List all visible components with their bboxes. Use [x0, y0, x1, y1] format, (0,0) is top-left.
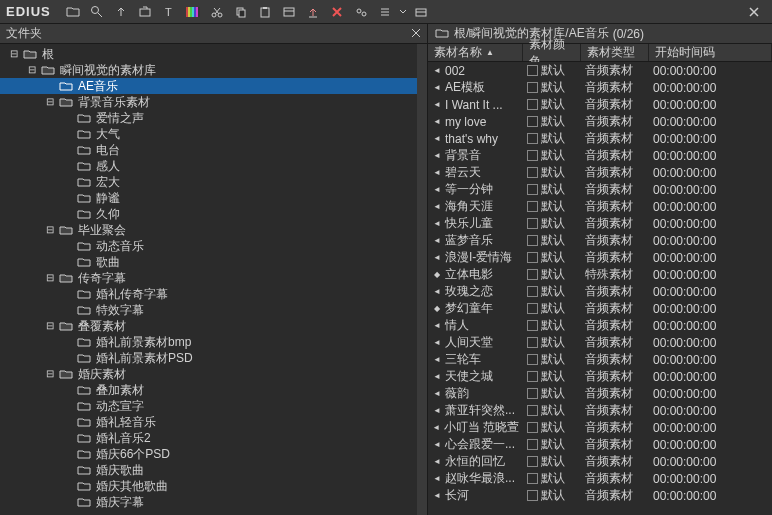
tree-item[interactable]: ⊟根 [0, 46, 417, 62]
color-checkbox[interactable] [527, 405, 538, 416]
dropdown-icon[interactable] [399, 3, 407, 21]
col-color[interactable]: 素材颜色 [523, 44, 581, 61]
col-type[interactable]: 素材类型 [581, 44, 649, 61]
tree-item[interactable]: ·歌曲 [0, 254, 417, 270]
title-icon[interactable]: T [159, 3, 179, 21]
tree-item[interactable]: ·婚礼前景素材bmp [0, 334, 417, 350]
collapse-icon[interactable]: ⊟ [26, 64, 38, 76]
close-icon[interactable] [744, 3, 764, 21]
collapse-icon[interactable]: ⊟ [44, 320, 56, 332]
hide-icon[interactable] [411, 3, 431, 21]
delete-icon[interactable] [327, 3, 347, 21]
asset-list[interactable]: ◄002默认音频素材00:00:00:00◄AE模板默认音频素材00:00:00… [428, 62, 772, 515]
export-icon[interactable] [303, 3, 323, 21]
color-checkbox[interactable] [527, 252, 538, 263]
asset-row[interactable]: ◄心会跟爱一...默认音频素材00:00:00:00 [428, 436, 772, 453]
color-checkbox[interactable] [527, 337, 538, 348]
color-checkbox[interactable] [527, 286, 538, 297]
color-checkbox[interactable] [527, 456, 538, 467]
tree-item[interactable]: ·大气 [0, 126, 417, 142]
asset-row[interactable]: ◄玫瑰之恋默认音频素材00:00:00:00 [428, 283, 772, 300]
asset-row[interactable]: ◄萧亚轩突然...默认音频素材00:00:00:00 [428, 402, 772, 419]
properties-icon[interactable] [279, 3, 299, 21]
settings-icon[interactable] [351, 3, 371, 21]
asset-row[interactable]: ◄赵咏华最浪...默认音频素材00:00:00:00 [428, 470, 772, 487]
tree-item[interactable]: ·婚庆66个PSD [0, 446, 417, 462]
tree-item[interactable]: ·动态音乐 [0, 238, 417, 254]
tree-item[interactable]: ·感人 [0, 158, 417, 174]
color-checkbox[interactable] [527, 65, 538, 76]
search-icon[interactable] [87, 3, 107, 21]
asset-row[interactable]: ◄薇韵默认音频素材00:00:00:00 [428, 385, 772, 402]
color-checkbox[interactable] [527, 116, 538, 127]
tree-item[interactable]: ·宏大 [0, 174, 417, 190]
color-checkbox[interactable] [527, 490, 538, 501]
color-checkbox[interactable] [527, 269, 538, 280]
color-checkbox[interactable] [527, 133, 538, 144]
tree-item[interactable]: ·婚庆歌曲 [0, 462, 417, 478]
tree-item[interactable]: ·AE音乐 [0, 78, 417, 94]
asset-row[interactable]: ◄天使之城默认音频素材00:00:00:00 [428, 368, 772, 385]
asset-row[interactable]: ◄三轮车默认音频素材00:00:00:00 [428, 351, 772, 368]
asset-row[interactable]: ◄小叮当 范晓萱默认音频素材00:00:00:00 [428, 419, 772, 436]
color-checkbox[interactable] [527, 371, 538, 382]
tree-item[interactable]: ⊟背景音乐素材 [0, 94, 417, 110]
tree-item[interactable]: ·久仰 [0, 206, 417, 222]
color-checkbox[interactable] [527, 439, 538, 450]
color-checkbox[interactable] [527, 422, 538, 433]
up-arrow-icon[interactable] [111, 3, 131, 21]
copy-icon[interactable] [231, 3, 251, 21]
tree-item[interactable]: ·叠加素材 [0, 382, 417, 398]
tree-item[interactable]: ·动态宣字 [0, 398, 417, 414]
tree-item[interactable]: ·婚礼音乐2 [0, 430, 417, 446]
color-checkbox[interactable] [527, 235, 538, 246]
color-checkbox[interactable] [527, 354, 538, 365]
col-name[interactable]: 素材名称▲ [428, 44, 523, 61]
asset-row[interactable]: ◄长河默认音频素材00:00:00:00 [428, 487, 772, 504]
asset-row[interactable]: ◄I Want It ...默认音频素材00:00:00:00 [428, 96, 772, 113]
color-checkbox[interactable] [527, 99, 538, 110]
collapse-icon[interactable]: ⊟ [44, 272, 56, 284]
tree-item[interactable]: ⊟瞬间视觉的素材库 [0, 62, 417, 78]
color-checkbox[interactable] [527, 150, 538, 161]
tree-item[interactable]: ·婚庆字幕 [0, 494, 417, 510]
tree-item[interactable]: ⊟婚庆素材 [0, 366, 417, 382]
tree-item[interactable]: ⊟毕业聚会 [0, 222, 417, 238]
color-checkbox[interactable] [527, 201, 538, 212]
asset-row[interactable]: ◄情人默认音频素材00:00:00:00 [428, 317, 772, 334]
tree-item[interactable]: ·静谧 [0, 190, 417, 206]
asset-row[interactable]: ◄002默认音频素材00:00:00:00 [428, 62, 772, 79]
color-checkbox[interactable] [527, 320, 538, 331]
tree-item[interactable]: ·爱情之声 [0, 110, 417, 126]
asset-row[interactable]: ◄背景音默认音频素材00:00:00:00 [428, 147, 772, 164]
color-checkbox[interactable] [527, 184, 538, 195]
color-checkbox[interactable] [527, 473, 538, 484]
folder-icon[interactable] [63, 3, 83, 21]
tree-item[interactable]: ·特效字幕 [0, 302, 417, 318]
tree-item[interactable]: ·婚庆其他歌曲 [0, 478, 417, 494]
folder-tree[interactable]: ⊟根⊟瞬间视觉的素材库·AE音乐⊟背景音乐素材·爱情之声·大气·电台·感人·宏大… [0, 44, 417, 515]
asset-row[interactable]: ◄快乐儿童默认音频素材00:00:00:00 [428, 215, 772, 232]
asset-row[interactable]: ◄蓝梦音乐默认音频素材00:00:00:00 [428, 232, 772, 249]
tree-item[interactable]: ⊟传奇字幕 [0, 270, 417, 286]
asset-row[interactable]: ◆梦幻童年默认音频素材00:00:00:00 [428, 300, 772, 317]
asset-row[interactable]: ◄AE模板默认音频素材00:00:00:00 [428, 79, 772, 96]
tree-item[interactable]: ⊟叠覆素材 [0, 318, 417, 334]
color-checkbox[interactable] [527, 303, 538, 314]
asset-row[interactable]: ◄my love默认音频素材00:00:00:00 [428, 113, 772, 130]
panel-close-icon[interactable] [411, 27, 421, 41]
collapse-icon[interactable]: ⊟ [8, 48, 20, 60]
asset-row[interactable]: ◄人间天堂默认音频素材00:00:00:00 [428, 334, 772, 351]
asset-row[interactable]: ◄永恒的回忆默认音频素材00:00:00:00 [428, 453, 772, 470]
asset-row[interactable]: ◄海角天涯默认音频素材00:00:00:00 [428, 198, 772, 215]
asset-row[interactable]: ◄等一分钟默认音频素材00:00:00:00 [428, 181, 772, 198]
asset-row[interactable]: ◄that's why默认音频素材00:00:00:00 [428, 130, 772, 147]
tree-item[interactable]: ·电台 [0, 142, 417, 158]
left-scrollbar[interactable] [417, 44, 427, 515]
asset-row[interactable]: ◆立体电影默认特殊素材00:00:00:00 [428, 266, 772, 283]
paste-icon[interactable] [255, 3, 275, 21]
col-time[interactable]: 开始时间码 [649, 44, 772, 61]
color-checkbox[interactable] [527, 218, 538, 229]
color-checkbox[interactable] [527, 82, 538, 93]
collapse-icon[interactable]: ⊟ [44, 96, 56, 108]
